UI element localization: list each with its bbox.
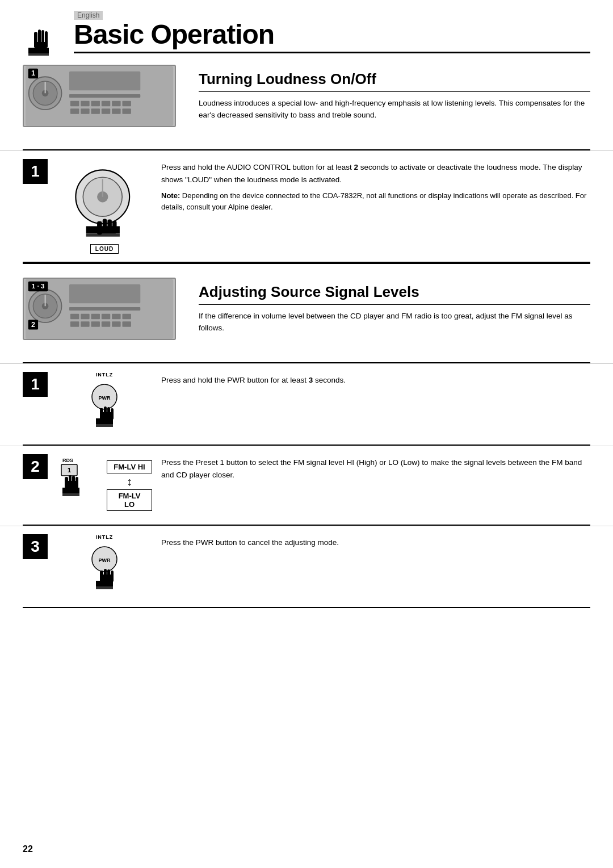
svg-rect-50 — [91, 321, 100, 327]
svg-text:RDS: RDS — [62, 458, 73, 463]
svg-text:1: 1 — [68, 467, 71, 473]
svg-text:2: 2 — [31, 321, 35, 329]
signal-step3-text: Press the PWR button to cancel the adjus… — [161, 534, 590, 549]
arrow-updown: ↕ — [127, 476, 132, 487]
svg-text:1 · 3: 1 · 3 — [32, 283, 44, 290]
svg-rect-69 — [96, 418, 113, 424]
signal-step1-text: Press and hold the PWR button for at lea… — [161, 372, 590, 387]
svg-rect-89 — [96, 586, 113, 589]
step1-bold: 2 — [354, 163, 358, 171]
signal-step1-illustration: INTLZ PWR — [59, 372, 150, 437]
svg-text:PWR: PWR — [99, 557, 111, 563]
page-title: Basic Operation — [74, 21, 590, 48]
svg-rect-1 — [28, 53, 49, 56]
svg-rect-88 — [96, 581, 113, 586]
svg-rect-44 — [91, 314, 100, 320]
svg-rect-10 — [70, 101, 79, 107]
svg-rect-0 — [28, 48, 49, 53]
svg-rect-16 — [70, 108, 79, 114]
signal-description: If the difference in volume level betwee… — [199, 311, 590, 334]
signal-section: 1 · 3 2 Adjusting Source Signal Levels I… — [0, 266, 613, 362]
loudness-desc-block: Turning Loudness On/Off Loudness introdu… — [199, 65, 590, 121]
svg-rect-21 — [122, 108, 131, 114]
loudness-heading: Turning Loudness On/Off — [199, 70, 590, 92]
svg-rect-52 — [112, 321, 120, 327]
signal-desc-block: Adjusting Source Signal Levels If the di… — [199, 278, 590, 334]
svg-rect-42 — [70, 314, 79, 320]
svg-rect-20 — [112, 108, 120, 114]
svg-rect-49 — [81, 321, 89, 327]
signal-step2-row: 2 RDS 1 — [0, 446, 613, 525]
signal-step-number-1: 1 — [23, 372, 48, 397]
svg-text:1: 1 — [31, 69, 35, 77]
note-label: Note: — [161, 191, 180, 200]
loud-label: LOUD — [90, 244, 119, 254]
signal-step2-illustration: RDS 1 FM-LV HI ↕ FM-LV LO — [59, 454, 150, 517]
svg-rect-48 — [70, 321, 79, 327]
svg-rect-13 — [102, 101, 110, 107]
svg-rect-46 — [112, 314, 120, 320]
page-header: English Basic Operation — [0, 0, 613, 53]
loudness-step1-row: 1 LOUD Press and h — [0, 150, 613, 262]
svg-rect-12 — [91, 101, 100, 107]
thick-divider — [23, 262, 590, 264]
svg-rect-17 — [81, 108, 89, 114]
svg-rect-80 — [62, 493, 79, 496]
svg-rect-19 — [102, 108, 110, 114]
signal-step3-row: 3 INTLZ PWR Press the PWR button to canc… — [0, 526, 613, 607]
svg-rect-6 — [34, 42, 48, 48]
fmlv-hi-label: FM-LV HI — [107, 460, 152, 473]
signal-step3-illustration: INTLZ PWR — [59, 534, 150, 599]
rds-button-block: RDS 1 — [57, 454, 96, 517]
svg-rect-15 — [122, 101, 131, 107]
intlz-label: INTLZ — [96, 372, 114, 378]
signal-step-number-2: 2 — [23, 454, 48, 479]
loudness-device-image: 1 — [23, 65, 182, 129]
svg-rect-53 — [122, 321, 131, 327]
note-block: Note: Depending on the device connected … — [161, 190, 590, 213]
svg-rect-43 — [81, 314, 89, 320]
page-number: 22 — [23, 844, 33, 854]
signal-step-number-3: 3 — [23, 534, 48, 559]
header-hand-icon — [23, 14, 62, 53]
svg-rect-29 — [86, 233, 120, 236]
language-label: English — [74, 11, 103, 20]
signal-step1-row: 1 INTLZ PWR Press and hold the PWR butto… — [0, 363, 613, 445]
fmlv-labels: FM-LV HI ↕ FM-LV LO — [107, 460, 152, 511]
header-title-block: English Basic Operation — [74, 10, 590, 53]
svg-rect-18 — [91, 108, 100, 114]
svg-rect-11 — [81, 101, 89, 107]
signal-heading: Adjusting Source Signal Levels — [199, 283, 590, 305]
svg-rect-40 — [69, 284, 140, 304]
fmlv-lo-label: FM-LV LO — [107, 489, 152, 511]
intlz-label-3: INTLZ — [96, 534, 114, 540]
svg-rect-41 — [69, 307, 140, 311]
signal-step2-text: Press the Preset 1 button to select the … — [161, 454, 590, 481]
svg-rect-47 — [122, 314, 131, 320]
svg-rect-70 — [96, 424, 113, 427]
bottom-divider — [23, 607, 590, 608]
svg-rect-9 — [69, 94, 140, 98]
step1-bold-3: 3 — [309, 376, 313, 384]
svg-text:PWR: PWR — [99, 395, 111, 401]
svg-rect-78 — [65, 481, 78, 488]
loudness-description: Loudness introduces a special low- and h… — [199, 98, 590, 121]
svg-rect-45 — [102, 314, 110, 320]
svg-rect-8 — [69, 72, 140, 91]
step1-illustration: LOUD — [59, 159, 150, 254]
svg-rect-79 — [62, 488, 79, 493]
svg-rect-51 — [102, 321, 110, 327]
signal-device-image: 1 · 3 2 — [23, 278, 182, 342]
step1-text: Press and hold the AUDIO CONTROL button … — [161, 159, 590, 213]
svg-rect-38 — [97, 226, 116, 233]
step-number-1: 1 — [23, 159, 48, 184]
svg-rect-14 — [112, 101, 120, 107]
loudness-section: 1 Turning Loudness On/Off Loudness intro… — [0, 53, 613, 149]
